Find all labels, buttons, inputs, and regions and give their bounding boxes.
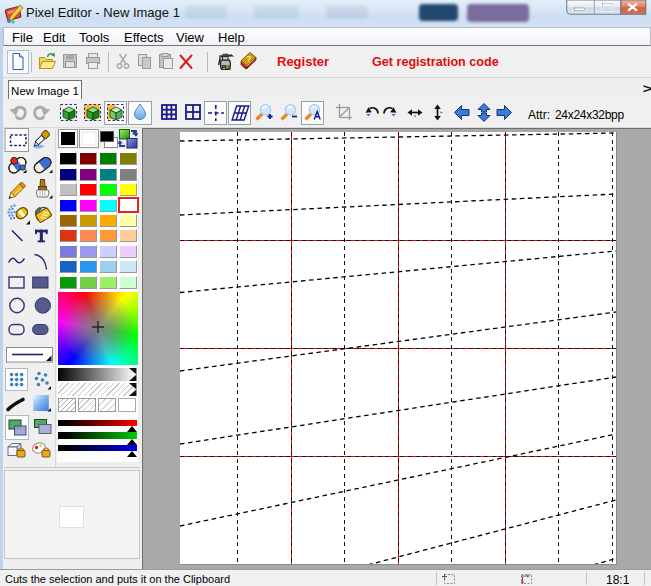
svg-text:Register: Register: [277, 54, 329, 69]
svg-text:Get registration code: Get registration code: [372, 55, 499, 69]
svg-text:?: ?: [245, 54, 251, 64]
